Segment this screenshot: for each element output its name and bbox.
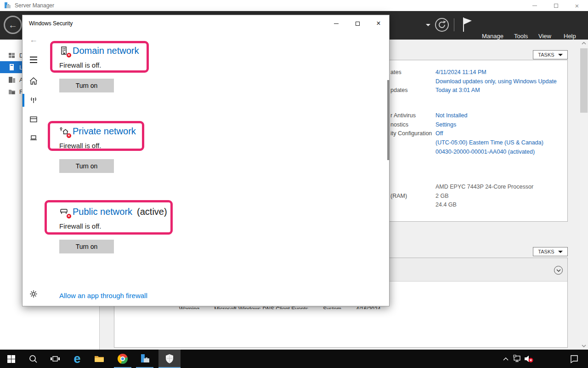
menu-view[interactable]: View: [538, 33, 551, 40]
event-source: Microsoft-Windows-DNS Client Events: [214, 306, 308, 309]
private-network-icon: ✕: [59, 126, 69, 137]
event-log: System: [323, 306, 341, 309]
clipped-event-row[interactable]: Warning Microsoft-Windows-DNS Client Eve…: [116, 306, 575, 309]
start-button[interactable]: [0, 350, 22, 368]
server-manager-app-icon: [4, 2, 11, 11]
domain-network-link[interactable]: Domain network: [73, 46, 139, 56]
collapse-chevron-icon[interactable]: [554, 266, 563, 275]
task-view-icon[interactable]: [44, 350, 66, 368]
properties-tasks-button[interactable]: TASKS: [533, 50, 568, 59]
internet-explorer-icon[interactable]: e: [66, 350, 88, 368]
property-row: (UTC-05:00) Eastern Time (US & Canada): [390, 138, 574, 147]
property-link[interactable]: (UTC-05:00) Eastern Time (US & Canada): [435, 139, 543, 146]
public-turn-on-button[interactable]: Turn on: [59, 240, 114, 253]
ws-maximize-button[interactable]: [347, 15, 368, 32]
domain-turn-on-button[interactable]: Turn on: [59, 79, 114, 92]
flag-icon[interactable]: [461, 17, 473, 35]
properties-group-updates: ates4/11/2024 11:14 PM Download updates …: [390, 68, 574, 95]
ws-close-button[interactable]: ×: [368, 15, 389, 32]
ws-device-security-icon[interactable]: [28, 132, 40, 144]
ws-scrollbar-thumb[interactable]: [387, 80, 390, 160]
domain-network-icon: ✕: [59, 46, 69, 56]
public-network-icon: ✕: [59, 207, 69, 217]
back-button[interactable]: ←: [4, 16, 22, 34]
property-value: 2 GB: [435, 193, 449, 199]
content-scrollbar[interactable]: [580, 40, 588, 350]
action-center-icon[interactable]: [566, 350, 582, 368]
tasks-caret-icon: [558, 54, 563, 56]
property-value: AMD EPYC 7443P 24-Core Processor: [435, 184, 533, 190]
network-status-icon[interactable]: [512, 350, 524, 368]
ws-settings-gear-icon[interactable]: [28, 288, 40, 300]
all-servers-icon: [8, 76, 16, 84]
property-value: 24.4 GB: [435, 201, 457, 208]
property-link[interactable]: Not Installed: [435, 112, 467, 119]
server-manager-taskbar-icon[interactable]: [134, 350, 156, 368]
property-row: r AntivirusNot Installed: [390, 111, 574, 120]
ws-firewall-network-icon[interactable]: [28, 94, 40, 106]
private-network-link[interactable]: Private network: [73, 126, 136, 137]
menu-tools[interactable]: Tools: [514, 33, 528, 40]
local-server-icon: [8, 63, 16, 71]
domain-firewall-status: Firewall is off.: [59, 61, 101, 69]
property-link[interactable]: 00430-20000-00001-AA040 (activated): [435, 149, 535, 155]
private-turn-on-button[interactable]: Turn on: [59, 159, 114, 173]
ws-titlebar[interactable]: Windows Security ×: [23, 15, 389, 32]
property-link[interactable]: 4/11/2024 11:14 PM: [435, 69, 486, 75]
sm-minimize-button[interactable]: [524, 0, 545, 11]
private-firewall-status: Firewall is off.: [59, 142, 101, 150]
scroll-up-icon[interactable]: [580, 40, 588, 47]
property-row: 00430-20000-00001-AA040 (activated): [390, 147, 574, 156]
property-row: AMD EPYC 7443P 24-Core Processor: [390, 182, 574, 191]
server-manager-title: Server Manager: [15, 2, 54, 9]
file-storage-icon: [8, 88, 16, 95]
ws-selected-indicator: [23, 94, 24, 107]
ws-home-icon[interactable]: [28, 75, 40, 87]
sm-close-button[interactable]: ×: [566, 0, 588, 11]
search-icon[interactable]: [22, 350, 44, 368]
property-link[interactable]: Today at 3:01 AM: [435, 87, 480, 93]
public-active-label: (active): [137, 207, 167, 217]
property-row: (RAM)2 GB: [390, 191, 574, 201]
menu-help[interactable]: Help: [564, 33, 576, 40]
tasks-caret-icon: [558, 251, 563, 253]
property-link[interactable]: Off: [435, 130, 443, 137]
property-row: nosticsSettings: [390, 120, 574, 129]
public-network-link[interactable]: Public network(active): [73, 207, 167, 217]
windows-security-taskbar-icon[interactable]: [158, 350, 181, 368]
volume-muted-icon[interactable]: [523, 350, 535, 368]
properties-group-hardware: AMD EPYC 7443P 24-Core Processor (RAM)2 …: [390, 182, 574, 209]
menu-manage[interactable]: Manage: [482, 33, 503, 40]
allow-app-firewall-link[interactable]: Allow an app through firewall: [59, 292, 147, 299]
ws-minimize-button[interactable]: [326, 15, 347, 32]
toolbar-separator: [454, 18, 454, 31]
tasks-label: TASKS: [538, 52, 554, 58]
property-row: 24.4 GB: [390, 201, 574, 210]
notifications-dropdown-caret[interactable]: [426, 24, 430, 26]
scroll-down-icon[interactable]: [580, 342, 588, 350]
dashboard-icon: [8, 52, 16, 59]
ws-back-icon[interactable]: ←: [28, 34, 40, 46]
refresh-icon[interactable]: [435, 17, 449, 32]
events-tasks-button[interactable]: TASKS: [533, 247, 568, 256]
property-row: ity ConfigurationOff: [390, 129, 574, 138]
property-row: Download updates only, using Windows Upd…: [390, 77, 574, 86]
tray-expand-chevron-icon[interactable]: [499, 350, 513, 368]
property-link[interactable]: Settings: [435, 121, 456, 128]
file-explorer-icon[interactable]: [88, 350, 110, 368]
ws-app-browser-icon[interactable]: [28, 113, 40, 125]
firewall-off-badge: ✕: [67, 133, 71, 138]
firewall-off-badge: ✕: [67, 214, 71, 218]
sm-restore-button[interactable]: [545, 0, 566, 11]
scrollbar-thumb[interactable]: [580, 48, 588, 113]
property-row: ates4/11/2024 11:14 PM: [390, 68, 574, 77]
properties-group-config: r AntivirusNot Installed nosticsSettings…: [390, 111, 574, 156]
ws-window-title: Windows Security: [29, 20, 73, 27]
ws-menu-icon[interactable]: [28, 54, 40, 66]
tasks-label: TASKS: [538, 249, 554, 254]
taskbar: e 7:31 AM 4/16/2024: [0, 350, 588, 368]
event-date: 4/16/2024: [356, 306, 380, 309]
property-link[interactable]: Download updates only, using Windows Upd…: [435, 78, 557, 85]
chrome-icon[interactable]: [112, 350, 134, 368]
desktop: Server Manager × ← Manage Tools View Hel…: [0, 0, 588, 368]
